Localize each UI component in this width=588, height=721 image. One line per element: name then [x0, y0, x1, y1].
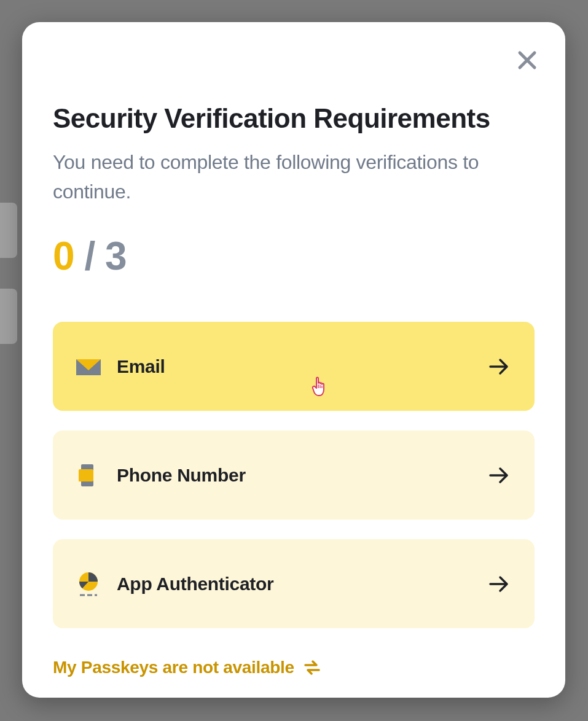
progress-separator: /	[74, 234, 105, 278]
background-stub	[0, 203, 17, 258]
verification-progress: 0 / 3	[53, 233, 535, 279]
swap-icon	[303, 658, 321, 677]
mail-icon	[75, 353, 102, 380]
method-label: Phone Number	[117, 465, 246, 486]
passkeys-link-label: My Passkeys are not available	[53, 658, 294, 677]
authenticator-icon	[75, 571, 102, 598]
progress-completed: 0	[53, 234, 74, 278]
close-icon	[515, 48, 539, 72]
phone-icon	[75, 462, 102, 489]
method-authenticator[interactable]: App Authenticator	[53, 539, 535, 628]
close-button[interactable]	[512, 45, 542, 75]
security-verification-modal: Security Verification Requirements You n…	[22, 22, 565, 698]
method-label: Email	[117, 356, 165, 377]
modal-title: Security Verification Requirements	[53, 103, 535, 134]
method-email[interactable]: Email	[53, 322, 535, 411]
arrow-right-icon	[488, 464, 510, 486]
progress-total: 3	[105, 234, 127, 278]
passkeys-unavailable-link[interactable]: My Passkeys are not available	[53, 658, 321, 677]
arrow-right-icon	[488, 573, 510, 595]
verification-methods-list: Email Phone Nu	[53, 322, 535, 628]
arrow-right-icon	[488, 356, 510, 378]
cursor-pointer-icon	[311, 375, 332, 398]
modal-subtitle: You need to complete the following verif…	[53, 147, 535, 206]
method-label: App Authenticator	[117, 574, 273, 594]
method-phone[interactable]: Phone Number	[53, 431, 535, 520]
background-stub	[0, 289, 17, 344]
